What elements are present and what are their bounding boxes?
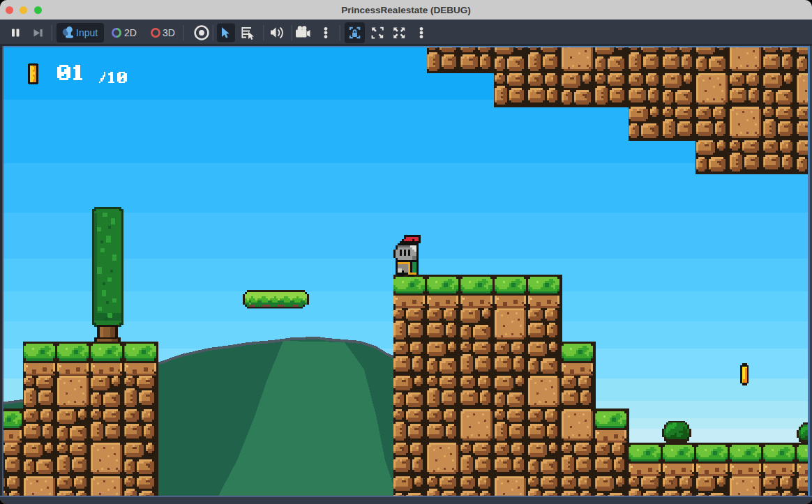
- svg-text:3D: 3D: [163, 27, 175, 38]
- svg-text:Input: Input: [76, 27, 98, 38]
- svg-text:2D: 2D: [124, 27, 137, 38]
